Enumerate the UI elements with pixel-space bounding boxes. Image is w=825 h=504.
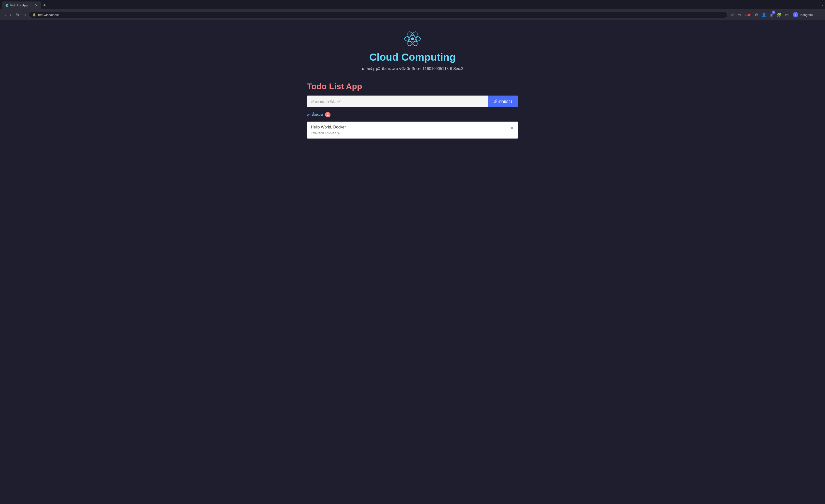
forward-button[interactable]: › <box>9 11 13 18</box>
add-button[interactable]: เพิ่มรายการ <box>488 95 518 107</box>
tab-bar: Todo List App ✕ + › <box>0 0 825 9</box>
todo-item-text: Hello World, Docker <box>311 125 346 130</box>
page-content: Cloud Computing นายณัฐวุฒิ มีสามเสน รหัส… <box>302 20 523 150</box>
profile-toggle-icon[interactable]: ▭ <box>784 11 790 18</box>
home-button[interactable]: ⌂ <box>22 11 27 18</box>
todo-item-date: 16/6/2565 17:00:55 น. <box>311 130 346 135</box>
lock-icon: 🔒 <box>32 13 36 16</box>
tab-title: Todo List App <box>10 4 33 7</box>
input-row: เพิ่มรายการ <box>307 95 518 107</box>
delete-all-row: ลบทั้งหมด 1 <box>307 112 518 118</box>
new-tab-button[interactable]: + <box>41 3 48 8</box>
extensions-icon[interactable]: 🧩 <box>775 11 783 18</box>
app-title: Cloud Computing <box>307 51 518 63</box>
profile-button[interactable]: I Incognito <box>791 11 815 18</box>
todo-item-delete-button[interactable]: ✕ <box>510 126 514 130</box>
nav-bar: ‹ › ↻ ⌂ 🔒 http://localhost ☆ ▭ ABP ⚙ 👤 ◉… <box>0 9 825 20</box>
app-header: Cloud Computing นายณัฐวุฒิ มีสามเสน รหัส… <box>307 30 518 72</box>
app-subtitle: นายณัฐวุฒิ มีสามเสน รหัสนักศึกษา 1160109… <box>307 66 518 72</box>
extension-settings-icon[interactable]: ⚙ <box>753 11 759 18</box>
url-text: http://localhost <box>38 13 59 17</box>
active-tab[interactable]: Todo List App ✕ <box>2 1 41 9</box>
profile-label: Incognito <box>800 13 813 17</box>
item-count-badge: 1 <box>325 112 330 118</box>
back-button[interactable]: ‹ <box>3 11 7 18</box>
tab-close-button[interactable]: ✕ <box>34 3 38 7</box>
todo-section-title: Todo List App <box>307 81 518 91</box>
svg-point-4 <box>411 37 414 40</box>
todo-list: Hello World, Docker 16/6/2565 17:00:55 น… <box>307 122 518 139</box>
tab-favicon-icon <box>5 4 8 7</box>
todo-item-content: Hello World, Docker 16/6/2565 17:00:55 น… <box>311 125 346 135</box>
svg-point-0 <box>6 5 7 6</box>
extension-badge-container: ◉ 6 <box>768 11 774 18</box>
bookmark-icon[interactable]: ☆ <box>729 11 735 18</box>
nav-actions: ☆ ▭ ABP ⚙ 👤 ◉ 6 🧩 ▭ I Incognito ⋮ <box>729 11 822 18</box>
profile-avatar: I <box>793 12 798 17</box>
badge-count: 6 <box>772 11 775 14</box>
more-options-icon[interactable]: ⋮ <box>816 11 822 18</box>
tab-scroll-arrow: › <box>822 3 823 7</box>
cast-icon[interactable]: ▭ <box>736 11 742 18</box>
extension-user-icon[interactable]: 👤 <box>760 11 767 18</box>
react-logo <box>404 30 421 48</box>
address-bar[interactable]: 🔒 http://localhost <box>29 12 728 18</box>
todo-section: Todo List App เพิ่มรายการ ลบทั้งหมด 1 He… <box>307 81 518 139</box>
extension-abp[interactable]: ABP <box>743 12 752 18</box>
todo-item: Hello World, Docker 16/6/2565 17:00:55 น… <box>307 122 518 139</box>
browser-chrome: Todo List App ✕ + › ‹ › ↻ ⌂ 🔒 http://loc… <box>0 0 825 20</box>
refresh-button[interactable]: ↻ <box>14 11 21 18</box>
todo-input[interactable] <box>307 95 488 107</box>
delete-all-button[interactable]: ลบทั้งหมด <box>307 112 323 118</box>
